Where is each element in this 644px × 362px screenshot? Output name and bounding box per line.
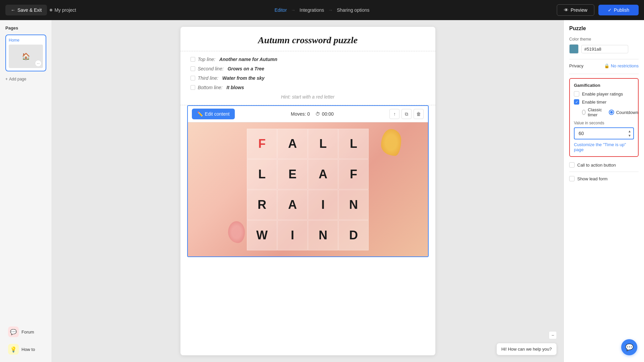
sidebar-item-howto[interactable]: 💡 How to	[5, 342, 46, 357]
canvas-area: Autumn crossword puzzle Top line: Anothe…	[52, 20, 564, 362]
puzzle-title: Autumn crossword puzzle	[180, 27, 435, 51]
privacy-row: Privacy 🔒 No restrictions	[569, 63, 639, 68]
panel-title: Puzzle	[569, 25, 639, 32]
project-name-text: My project	[54, 7, 76, 13]
clues-section: Top line: Another name for Autumn Second…	[180, 51, 435, 105]
howto-icon: 💡	[8, 344, 19, 355]
edit-content-button[interactable]: ✏️ Edit content	[192, 109, 235, 119]
timer-type-row: Classic timer Countdown	[574, 107, 634, 117]
timer-icon: ⏱	[315, 111, 320, 117]
check-icon: ✓	[608, 7, 612, 13]
nav-arrow2: →	[328, 7, 333, 13]
grid-cell-3-0: W	[247, 220, 277, 250]
color-theme-row	[569, 44, 639, 54]
clue-bold-1: Another name for Autumn	[219, 57, 277, 62]
clue-checkbox-4[interactable]	[191, 85, 195, 90]
project-name-display: My project	[50, 7, 76, 13]
countdown-option[interactable]: Countdown	[609, 110, 638, 115]
chat-icon: 💬	[625, 343, 634, 351]
value-in-seconds-input[interactable]	[574, 127, 634, 139]
lock-icon: 🔒	[604, 63, 609, 68]
grid-cell-3-2: N	[308, 220, 338, 250]
color-value-input[interactable]	[581, 45, 628, 53]
grid-cell-1-0: L	[247, 159, 277, 189]
stepper-up-button[interactable]: ▲	[627, 129, 633, 133]
color-swatch[interactable]	[569, 44, 579, 54]
stepper-down-button[interactable]: ▼	[627, 134, 633, 138]
lead-form-label: Show lead form	[577, 176, 607, 181]
clue-line-2: Second line: Grows on a Tree	[191, 66, 425, 71]
enable-timer-row: ✓ Enable timer	[574, 99, 634, 105]
chat-button[interactable]: 💬	[621, 339, 637, 355]
cta-row: Call to action button	[569, 162, 639, 168]
enable-ratings-label: Enable player ratings	[582, 92, 623, 97]
clue-prefix-4: Bottom line:	[198, 85, 224, 90]
pencil-icon: ✏️	[197, 111, 203, 117]
publish-label: Publish	[614, 7, 629, 13]
timer-value: 00:00	[322, 111, 334, 117]
moves-display: Moves: 0	[291, 111, 310, 117]
crossword-puzzle-image: F A L L L E A F R A I N	[188, 122, 428, 256]
home-page-card[interactable]: Home 🏠 ···	[5, 35, 46, 71]
clue-bold-4: It blows	[226, 85, 244, 90]
edit-content-label: Edit content	[205, 111, 230, 117]
preview-button[interactable]: 👁 Preview	[557, 4, 594, 16]
clue-bold-3: Water from the sky	[222, 75, 265, 81]
grid-cell-3-1: I	[277, 220, 308, 250]
lead-form-checkbox[interactable]	[569, 176, 575, 181]
clue-checkbox-3[interactable]	[191, 76, 195, 80]
divider-1	[569, 59, 639, 59]
classic-timer-radio[interactable]	[582, 110, 586, 115]
home-page-label: Home	[9, 38, 43, 43]
cta-checkbox[interactable]	[569, 162, 575, 168]
lead-form-row: Show lead form	[569, 176, 639, 181]
help-widget: Hi! How can we help you?	[496, 343, 557, 355]
publish-button[interactable]: ✓ Publish	[598, 5, 639, 15]
help-text: Hi! How can we help you?	[501, 347, 552, 352]
crossword-grid: F A L L L E A F R A I N	[247, 129, 369, 250]
help-minimize-button[interactable]: −	[549, 331, 557, 339]
grid-cell-0-1: A	[277, 129, 308, 159]
countdown-radio[interactable]	[609, 110, 614, 115]
nav-arrow1: →	[291, 7, 296, 13]
clue-checkbox-1[interactable]	[191, 57, 195, 62]
grid-cell-0-2: L	[308, 129, 338, 159]
home-icon: 🏠	[22, 52, 30, 60]
right-panel: Puzzle Color theme Privacy 🔒 No restrict…	[564, 20, 644, 362]
puzzle-toolbar: ✏️ Edit content Moves: 0 ⏱ 00:00	[188, 106, 428, 122]
clue-checkbox-2[interactable]	[191, 66, 195, 71]
clue-line-3: Third line: Water from the sky	[191, 75, 425, 81]
page-more-button[interactable]: ···	[35, 60, 42, 67]
save-exit-button[interactable]: ← Save & Exit	[5, 5, 47, 15]
moves-value: 0	[307, 111, 310, 117]
pages-title: Pages	[5, 25, 46, 31]
nav-editor-tab[interactable]: Editor	[274, 7, 287, 13]
privacy-link[interactable]: 🔒 No restrictions	[604, 63, 639, 68]
customize-time-up-link[interactable]: Customize the "Time is up" page	[574, 142, 634, 152]
clue-prefix-2: Second line:	[198, 66, 225, 71]
value-stepper: ▲ ▼	[627, 129, 633, 138]
value-in-seconds-label: Value in seconds	[574, 121, 634, 125]
grid-cell-2-2: I	[308, 190, 338, 220]
duplicate-button[interactable]: ⧉	[401, 109, 412, 119]
grid-cell-1-2: A	[308, 159, 338, 189]
nav-sharing-tab[interactable]: Sharing options	[337, 7, 369, 13]
nav-right: 👁 Preview ✓ Publish	[557, 4, 639, 16]
sidebar-item-forum[interactable]: 💬 Forum	[5, 324, 46, 339]
clue-bold-2: Grows on a Tree	[227, 66, 264, 71]
classic-timer-option[interactable]: Classic timer	[582, 107, 603, 117]
move-up-button[interactable]: ↑	[389, 109, 399, 119]
leaf-decoration-1	[381, 129, 401, 156]
grid-cell-0-0: F	[247, 129, 277, 159]
grid-cell-2-3: N	[338, 190, 369, 220]
enable-timer-checkbox[interactable]: ✓	[574, 99, 579, 105]
grid-cell-0-3: L	[338, 129, 369, 159]
puzzle-game-area: ✏️ Edit content Moves: 0 ⏱ 00:00	[187, 105, 429, 257]
puzzle-stats: Moves: 0 ⏱ 00:00	[291, 111, 334, 117]
hint-text: Hint: start with a red letter	[191, 94, 425, 100]
nav-integrations-tab[interactable]: Integrations	[300, 7, 324, 13]
add-page-button[interactable]: + Add page	[5, 75, 46, 83]
clue-prefix-3: Third line:	[198, 75, 220, 81]
enable-ratings-checkbox[interactable]	[574, 91, 579, 97]
delete-button[interactable]: 🗑	[414, 109, 424, 119]
